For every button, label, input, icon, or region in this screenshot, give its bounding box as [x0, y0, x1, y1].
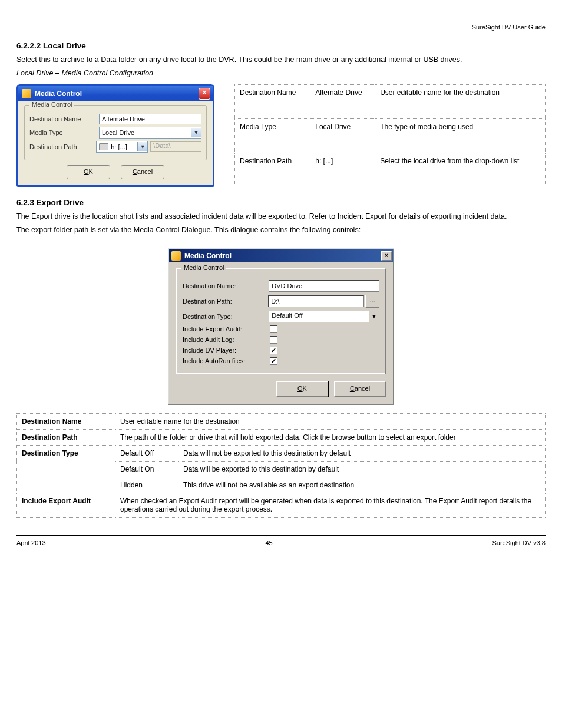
table-row: Destination Path: [17, 429, 115, 445]
destination-drive-select[interactable]: h: [...] ▼: [96, 141, 148, 153]
export-controls-table: Destination Name User editable name for …: [16, 413, 546, 518]
table-row: Data will not be exported to this destin…: [178, 445, 546, 461]
page-footer: April 2013 45 SureSight DV v3.8: [16, 539, 546, 546]
close-icon[interactable]: ×: [381, 251, 392, 261]
media-control-dialog-export: Media Control × Media Control Destinatio…: [168, 248, 394, 405]
dialog-titlebar: Media Control ×: [169, 249, 393, 262]
local-drive-config-table: Media Control × Media Control Destinatio…: [16, 84, 546, 187]
chevron-down-icon[interactable]: ▼: [369, 311, 379, 322]
section-export-drive-p1: The Export drive is the location shot li…: [16, 212, 546, 222]
include-dv-player-label: Include DV Player:: [183, 347, 270, 354]
destination-type-value: Default Off: [269, 311, 369, 322]
destination-name-label: Destination Name:: [183, 282, 269, 289]
destination-subpath-disabled: \Data\: [150, 141, 201, 152]
section-local-drive-title: 6.2.2.2 Local Drive: [16, 41, 546, 50]
footer-date: April 2013: [16, 539, 46, 546]
dialog-titlebar: Media Control ×: [18, 86, 213, 101]
drive-icon: [99, 143, 108, 150]
table-row: Media Type: [235, 118, 310, 153]
page-header: SureSight DV User Guide: [16, 24, 546, 31]
include-autorun-label: Include AutoRun files:: [183, 357, 270, 364]
section-local-drive-caption: Local Drive – Media Control Configuratio…: [16, 68, 546, 78]
app-icon: [22, 89, 31, 98]
table-row: When checked an Export Audit report will…: [115, 493, 546, 517]
table-row: Destination Path: [235, 153, 310, 187]
footer-version: SureSight DV v3.8: [492, 539, 546, 546]
include-audit-log-label: Include Audit Log:: [183, 336, 270, 343]
include-export-audit-label: Include Export Audit:: [183, 325, 270, 332]
table-row: Destination Name: [17, 413, 115, 429]
cancel-button[interactable]: Cancel: [121, 165, 164, 179]
destination-path-field[interactable]: [268, 295, 364, 307]
media-type-value: Local Drive: [100, 129, 191, 136]
table-row: Include Export Audit: [17, 493, 115, 517]
destination-type-select[interactable]: Default Off ▼: [269, 311, 379, 322]
app-icon: [171, 251, 181, 261]
table-row: User editable name for the destination: [115, 413, 546, 429]
include-autorun-checkbox[interactable]: ✓: [270, 357, 277, 365]
ok-button[interactable]: OK: [276, 381, 328, 397]
footer-page-number: 45: [265, 539, 272, 546]
table-row: This drive will not be available as an e…: [178, 477, 546, 493]
table-row: Default On: [115, 461, 178, 477]
table-row: Hidden: [115, 477, 178, 493]
table-row: The path of the folder or drive that wil…: [115, 429, 546, 445]
table-row: Alternate Drive: [310, 84, 375, 118]
destination-name-field[interactable]: [99, 114, 201, 124]
table-row: The type of media being used: [375, 118, 546, 153]
destination-drive-value: h: [...]: [111, 143, 127, 150]
destination-path-label: Destination Path:: [183, 298, 268, 305]
section-export-drive-p2: The export folder path is set via the Me…: [16, 225, 546, 235]
media-type-select[interactable]: Local Drive ▼: [99, 127, 201, 139]
cancel-button[interactable]: Cancel: [334, 381, 386, 397]
table-row: Destination Type: [17, 445, 115, 493]
group-legend: Media Control: [29, 101, 74, 108]
browse-button[interactable]: ...: [365, 295, 379, 308]
destination-name-field[interactable]: [269, 280, 379, 292]
chevron-down-icon[interactable]: ▼: [191, 128, 201, 137]
media-control-dialog-local: Media Control × Media Control Destinatio…: [16, 84, 214, 187]
section-export-drive-title: 6.2.3 Export Drive: [16, 198, 546, 207]
table-row: Destination Name: [235, 84, 310, 118]
table-row: h: [...]: [310, 153, 375, 187]
table-row: Select the local drive from the drop-dow…: [375, 153, 546, 187]
dialog-title: Media Control: [35, 90, 82, 98]
destination-name-label: Destination Name: [29, 116, 99, 123]
include-export-audit-checkbox[interactable]: [270, 325, 277, 333]
media-type-label: Media Type: [29, 129, 99, 136]
chevron-down-icon[interactable]: ▼: [137, 142, 147, 151]
table-row: Local Drive: [310, 118, 375, 153]
close-icon[interactable]: ×: [199, 88, 210, 100]
table-row: Default Off: [115, 445, 178, 461]
destination-type-label: Destination Type:: [183, 313, 269, 320]
group-legend: Media Control: [181, 264, 226, 271]
table-row: Data will be exported to this destinatio…: [178, 461, 546, 477]
section-local-drive-p1: Select this to archive to a Data folder …: [16, 55, 546, 65]
table-row: User editable name for the destination: [375, 84, 546, 118]
ok-button[interactable]: OK: [67, 165, 110, 179]
include-dv-player-checkbox[interactable]: ✓: [270, 347, 277, 354]
destination-path-label: Destination Path: [29, 143, 96, 150]
dialog-title: Media Control: [184, 252, 232, 260]
include-audit-log-checkbox[interactable]: [270, 336, 277, 344]
